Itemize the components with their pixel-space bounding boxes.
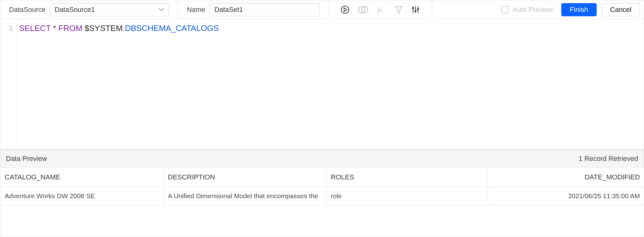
fx-icon[interactable]: fx <box>377 5 386 14</box>
svg-rect-7 <box>412 8 414 9</box>
toolbar: DataSource DataSource1 Name fx <box>0 0 644 19</box>
chevron-down-icon <box>159 8 164 12</box>
svg-rect-8 <box>415 10 416 12</box>
preview-title: Data Preview <box>6 155 47 163</box>
name-label: Name <box>187 6 205 14</box>
svg-text:fx: fx <box>377 6 382 13</box>
svg-rect-9 <box>417 8 419 10</box>
auto-preview-label: Auto Preview <box>512 6 553 14</box>
datasource-dropdown[interactable]: DataSource1 <box>50 3 169 16</box>
separator <box>328 0 328 19</box>
token-star: * <box>53 23 56 33</box>
cell-roles: role <box>326 187 488 205</box>
editor-code[interactable]: SELECT * FROM $SYSTEM.DBSCHEMA_CATALOGS <box>17 19 644 149</box>
cell-date-modified: 2021/06/25 11:35:00 AM <box>488 187 644 205</box>
editor-gutter: 1 <box>0 19 17 149</box>
token-catalog: DBSCHEMA_CATALOGS <box>125 23 219 33</box>
preview-status: 1 Record Retrieved <box>579 155 638 163</box>
cancel-button[interactable]: Cancel <box>602 3 640 16</box>
datasource-value: DataSource1 <box>55 6 95 14</box>
col-roles[interactable]: ROLES <box>326 167 488 187</box>
token-system: $SYSTEM. <box>85 23 125 33</box>
token-select: SELECT <box>19 23 51 33</box>
preview-table: CATALOG_NAME DESCRIPTION ROLES DATE_MODI… <box>0 167 644 205</box>
table-row[interactable]: Adventure Works DW 2008 SE A Unified Dim… <box>0 187 644 205</box>
play-icon[interactable] <box>340 5 350 14</box>
auto-preview-checkbox[interactable] <box>501 6 509 13</box>
token-from: FROM <box>58 23 82 33</box>
cell-catalog-name: Adventure Works DW 2008 SE <box>0 187 163 205</box>
name-input[interactable] <box>210 3 319 16</box>
filter-icon[interactable] <box>394 5 403 14</box>
join-icon[interactable] <box>358 5 369 14</box>
col-description[interactable]: DESCRIPTION <box>163 167 326 187</box>
separator <box>432 0 432 19</box>
icon-toolbar: fx <box>337 5 423 14</box>
sql-editor[interactable]: 1 SELECT * FROM $SYSTEM.DBSCHEMA_CATALOG… <box>0 19 644 150</box>
col-date-modified[interactable]: DATE_MODIFIED <box>488 167 644 187</box>
cell-description: A Unified Dimensional Model that encompa… <box>163 187 326 205</box>
name-group: Name <box>187 3 319 16</box>
svg-point-0 <box>341 6 349 13</box>
datasource-group: DataSource DataSource1 <box>9 3 169 16</box>
preview-header: Data Preview 1 Record Retrieved <box>0 150 644 167</box>
auto-preview-toggle[interactable]: Auto Preview <box>501 6 553 14</box>
separator <box>178 0 178 19</box>
col-catalog-name[interactable]: CATALOG_NAME <box>0 167 163 187</box>
finish-button[interactable]: Finish <box>561 3 597 16</box>
sliders-icon[interactable] <box>411 5 420 14</box>
datasource-label: DataSource <box>9 6 45 14</box>
line-number: 1 <box>0 23 13 33</box>
table-header-row: CATALOG_NAME DESCRIPTION ROLES DATE_MODI… <box>0 167 644 187</box>
